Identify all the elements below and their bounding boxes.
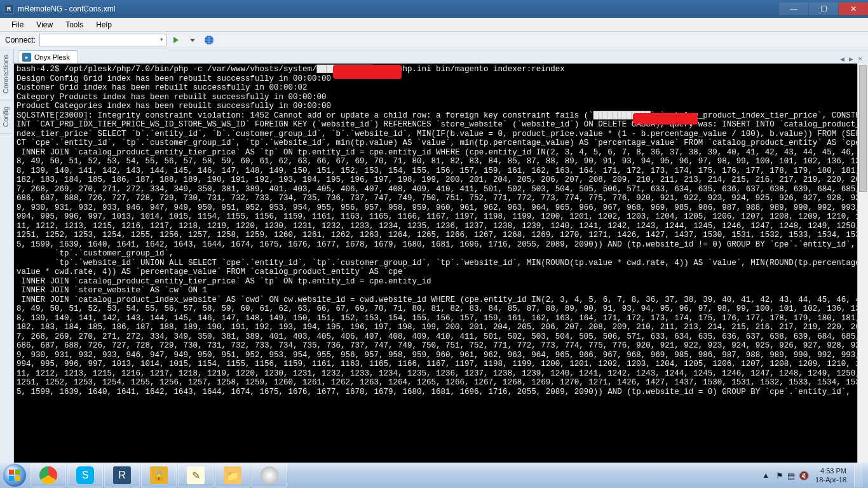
tab-prev-icon[interactable]: ◀ — [839, 55, 846, 64]
terminal-pane[interactable]: bash-4.2$ /opt/plesk/php/7.0/bin/php -c … — [14, 64, 868, 463]
tray-clock[interactable]: 4:53 PM 18-Apr-18 — [815, 466, 846, 484]
menu-bar: File View Tools Help — [0, 18, 868, 32]
notepad-icon: ✎ — [187, 466, 205, 484]
tab-label: Onyx Plesk — [34, 53, 70, 61]
tab-onyx-plesk[interactable]: ▸ Onyx Plesk — [18, 50, 78, 64]
globe-icon — [204, 35, 214, 45]
tab-strip: ▸ Onyx Plesk ◀ ▶ ✕ — [14, 48, 868, 64]
show-desktop-button[interactable] — [854, 463, 863, 487]
menu-view[interactable]: View — [30, 19, 59, 30]
taskbar-disc[interactable] — [252, 463, 287, 487]
session-icon: ▸ — [22, 53, 31, 62]
action-center-icon[interactable]: ⚑ — [776, 471, 783, 480]
svg-marker-0 — [173, 37, 179, 43]
caret-down-icon — [190, 37, 195, 43]
tab-next-icon[interactable]: ▶ — [848, 55, 855, 64]
terminal-scrollbar[interactable] — [857, 64, 868, 463]
minimize-button[interactable]: — — [779, 3, 808, 15]
disc-icon — [261, 466, 278, 484]
tray-expand-icon[interactable]: ▲ — [759, 470, 772, 481]
taskbar-mremoteng[interactable]: R — [104, 463, 140, 487]
scrollbar-thumb[interactable] — [859, 65, 867, 192]
folder-icon: 📁 — [224, 466, 241, 484]
window-controls: — ☐ ✕ — [778, 3, 868, 15]
taskbar-chrome[interactable] — [31, 463, 66, 487]
svg-rect-6 — [15, 476, 20, 481]
redaction-block — [633, 113, 698, 125]
connect-label: Connect: — [5, 36, 36, 44]
start-button[interactable] — [0, 463, 29, 488]
svg-rect-4 — [15, 470, 20, 475]
close-button[interactable]: ✕ — [839, 3, 868, 15]
network-icon[interactable]: ▤ — [787, 471, 795, 480]
redaction-block — [333, 65, 402, 79]
menu-file[interactable]: File — [5, 19, 30, 30]
connect-dropdown-button[interactable] — [186, 33, 200, 47]
terminal-output: bash-4.2$ /opt/plesk/php/7.0/bin/php -c … — [14, 64, 868, 398]
connect-play-button[interactable] — [169, 33, 183, 47]
windows-logo-icon — [8, 469, 21, 482]
chevron-down-icon: ▾ — [160, 36, 163, 43]
menu-tools[interactable]: Tools — [59, 19, 90, 30]
system-tray: ▲ ⚑ ▤ 🔇 4:53 PM 18-Apr-18 — [759, 463, 868, 488]
taskbar-skype[interactable]: S — [67, 463, 103, 487]
taskbar-notepad[interactable]: ✎ — [178, 463, 214, 487]
connect-toolbar: Connect: ▾ — [0, 32, 868, 48]
app-icon: R — [4, 4, 14, 14]
menu-help[interactable]: Help — [90, 19, 118, 30]
skype-icon: S — [76, 466, 94, 484]
tray-date: 18-Apr-18 — [815, 475, 846, 484]
sidetab-connections[interactable]: Connections — [0, 48, 11, 100]
connect-globe-button[interactable] — [202, 33, 216, 47]
taskbar-explorer[interactable]: 📁 — [215, 463, 250, 487]
volume-muted-icon[interactable]: 🔇 — [799, 471, 809, 480]
connect-combo[interactable]: ▾ — [39, 34, 166, 46]
window-title: mRemoteNG - confCons.xml — [18, 4, 778, 13]
window-titlebar: R mRemoteNG - confCons.xml — ☐ ✕ — [0, 0, 868, 18]
svg-rect-5 — [9, 476, 14, 481]
taskbar-app-lock[interactable]: 🔒 — [141, 463, 177, 487]
mremoteng-icon: R — [113, 466, 131, 484]
tab-nav: ◀ ▶ ✕ — [839, 55, 864, 64]
tray-time: 4:53 PM — [815, 466, 846, 475]
sidetab-config[interactable]: Config — [0, 100, 11, 134]
svg-rect-3 — [9, 470, 14, 475]
side-tabs: Connections Config — [0, 48, 14, 468]
play-icon — [172, 36, 180, 44]
maximize-button[interactable]: ☐ — [809, 3, 838, 15]
chrome-icon — [39, 466, 57, 484]
taskbar: S R 🔒 ✎ 📁 ▲ ⚑ ▤ 🔇 4:53 PM 18-Apr-18 — [0, 463, 868, 488]
lock-icon: 🔒 — [150, 466, 168, 484]
tab-close-icon[interactable]: ✕ — [857, 55, 864, 64]
svg-marker-1 — [190, 39, 195, 42]
